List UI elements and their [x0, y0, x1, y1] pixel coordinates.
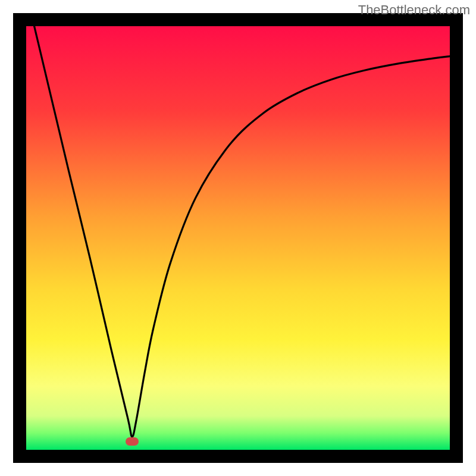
plot-area: [26, 26, 450, 450]
chart-container: TheBottleneck.com: [0, 0, 476, 476]
bottleneck-curve-path: [26, 26, 450, 437]
minimum-marker: [126, 437, 139, 446]
curve-svg: [26, 26, 450, 450]
watermark-text: TheBottleneck.com: [358, 2, 470, 18]
